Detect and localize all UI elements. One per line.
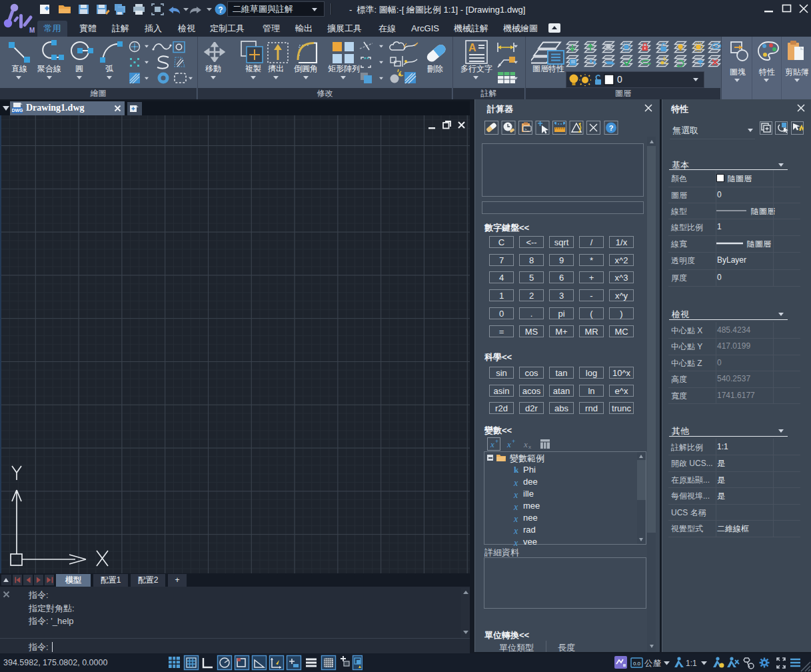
svg-text:?: ? bbox=[218, 5, 223, 15]
svg-text:公釐: 公釐 bbox=[644, 659, 662, 668]
svg-text:x: x bbox=[523, 439, 528, 449]
svg-text:x: x bbox=[528, 444, 531, 450]
svg-text:1:1: 1:1 bbox=[686, 659, 697, 668]
svg-text:0.0: 0.0 bbox=[633, 661, 641, 667]
svg-text:x: x bbox=[506, 439, 511, 449]
svg-text:+: + bbox=[512, 438, 515, 445]
svg-text:DWG: DWG bbox=[12, 108, 23, 113]
svg-text:+: + bbox=[495, 438, 498, 445]
svg-text:A: A bbox=[468, 42, 476, 53]
svg-text:?: ? bbox=[609, 124, 614, 132]
svg-text:M: M bbox=[29, 27, 35, 34]
svg-text:>_: >_ bbox=[524, 127, 530, 131]
svg-text:x: x bbox=[490, 439, 494, 449]
